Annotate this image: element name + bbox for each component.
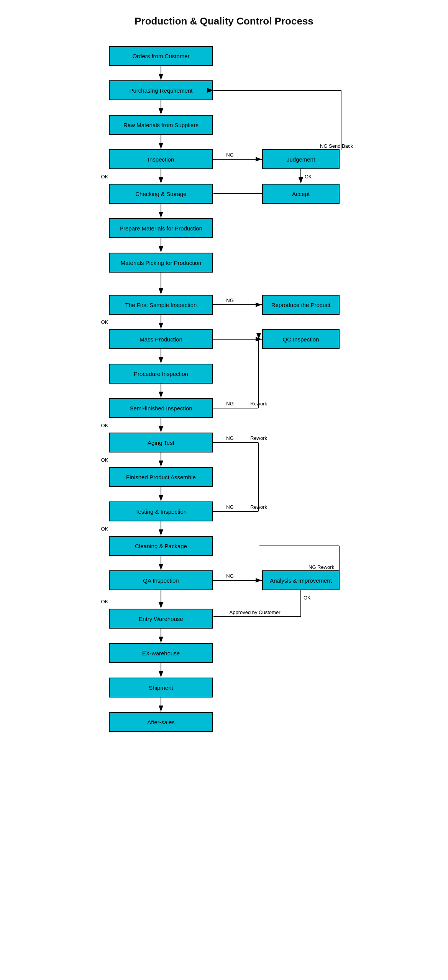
label-ok-firstsample: OK	[101, 319, 108, 325]
flowchart-svg: Orders from Customer Purchasing Requirem…	[90, 39, 358, 980]
label-ng-firstsample: NG	[226, 297, 234, 303]
qa-inspection-label: QA Inspection	[143, 577, 179, 584]
after-sales-label: After-sales	[147, 719, 175, 725]
materials-picking-label: Materials Picking for Production	[120, 260, 201, 266]
entry-warehouse-label: Entry Warehouse	[139, 616, 183, 622]
qc-inspection-label: QC Inspection	[282, 336, 319, 343]
aging-test-label: Aging Test	[148, 439, 175, 446]
label-ok-inspection: OK	[101, 174, 108, 180]
page-title: Production & Quality Control Process	[90, 15, 358, 27]
inspection-label: Inspection	[148, 156, 174, 163]
label-rework-aging: Rework	[250, 435, 267, 441]
prepare-label: Prepare Materials for Production	[120, 225, 202, 232]
first-sample-label: The First Sample Inspection	[125, 302, 197, 308]
label-ng-sendback: NG Send Back	[320, 143, 353, 149]
reproduce-label: Reproduce the Product	[271, 302, 330, 308]
purchasing-label: Purchasing Requirement	[129, 87, 193, 94]
judgement-label: Judgement	[286, 156, 315, 163]
label-approved-by-customer: Approved by Customer	[229, 609, 281, 615]
orders-label: Orders from Customer	[132, 53, 189, 59]
cleaning-label: Cleaning & Package	[135, 543, 187, 549]
label-ok-testing: OK	[101, 526, 108, 532]
label-ng-inspection: NG	[226, 152, 234, 158]
procedure-inspection-label: Procedure Inspection	[134, 371, 188, 377]
label-ng-analysis-rework: NG Rework	[309, 564, 335, 570]
label-ng-aging: NG	[226, 435, 234, 441]
page-wrapper: Production & Quality Control Process Ord…	[90, 15, 358, 980]
accept-label: Accept	[292, 191, 310, 197]
label-ok-analysis: OK	[304, 595, 311, 601]
checking-storage-label: Checking & Storage	[135, 191, 186, 197]
mass-production-label: Mass Production	[139, 336, 182, 343]
label-ok-qa: OK	[101, 599, 108, 604]
label-ng-semifinished: NG	[226, 401, 234, 407]
label-ng-qa: NG	[226, 573, 234, 579]
raw-materials-label: Raw Materials from Suppliers	[123, 122, 199, 128]
testing-label: Testing & Inspection	[135, 508, 186, 515]
label-ok-semifinished: OK	[101, 423, 108, 428]
finished-assemble-label: Finished Product Assemble	[126, 474, 196, 480]
semi-finished-label: Semi-finished Inspection	[130, 405, 192, 412]
label-ok-judgement: OK	[305, 174, 312, 180]
label-ng-testing: NG	[226, 504, 234, 510]
ex-warehouse-label: EX-warehouse	[142, 650, 179, 657]
analysis-label: Analysis & Improvement	[270, 577, 332, 584]
shipment-label: Shipment	[149, 684, 173, 691]
label-ok-aging: OK	[101, 457, 108, 463]
